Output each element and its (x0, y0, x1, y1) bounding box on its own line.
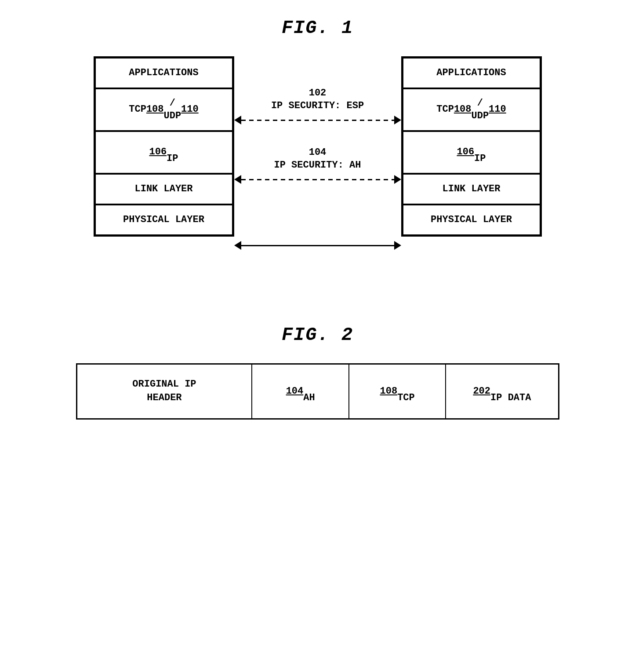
physical-arrow-graphic (234, 241, 401, 250)
ah-arrowhead-right (394, 175, 401, 184)
physical-arrowhead-left (234, 241, 241, 250)
right-link-layer: LINK LAYER (403, 174, 541, 205)
esp-arrow-graphic (234, 116, 401, 124)
right-physical-layer: PHYSICAL LAYER (403, 205, 541, 235)
left-physical-layer: PHYSICAL LAYER (95, 205, 233, 235)
left-link-layer: LINK LAYER (95, 174, 233, 205)
left-ip: 106IP (95, 131, 233, 174)
fig2-cell-tcp: 108TCP (349, 365, 446, 418)
ah-line (241, 179, 394, 180)
left-applications: APPLICATIONS (95, 58, 233, 88)
right-stack: APPLICATIONS TCP 108/UDP 110 106IP LINK … (401, 56, 542, 237)
fig2-cell-ip-data: 202IP DATA (446, 365, 558, 418)
fig2-title: FIG. 2 (282, 325, 353, 346)
fig2-diagram: ORIGINAL IPHEADER 104AH 108TCP 202IP DAT… (76, 363, 559, 420)
left-stack: APPLICATIONS TCP 108/UDP 110 106IP LINK … (94, 56, 234, 237)
fig1-title: FIG. 1 (282, 18, 353, 39)
right-tcp-udp: TCP 108/UDP 110 (403, 88, 541, 131)
esp-arrowhead-right (394, 116, 401, 124)
left-tcp-udp: TCP 108/UDP 110 (95, 88, 233, 131)
esp-arrow-block: 102 IP SECURITY: ESP (234, 87, 401, 124)
physical-arrow-block (234, 241, 401, 250)
esp-label: 102 IP SECURITY: ESP (271, 87, 364, 112)
ah-label: 104 IP SECURITY: AH (274, 146, 361, 172)
right-ip: 106IP (403, 131, 541, 174)
fig2-cell-original-ip-header: ORIGINAL IPHEADER (77, 365, 253, 418)
esp-arrowhead-left (234, 116, 241, 124)
ah-arrow-graphic (234, 175, 401, 184)
arrows-column: 102 IP SECURITY: ESP 104 IP SECURITY: AH (234, 56, 401, 263)
physical-arrowhead-right (394, 241, 401, 250)
right-applications: APPLICATIONS (403, 58, 541, 88)
fig2-cell-ah: 104AH (252, 365, 349, 418)
physical-line (241, 245, 394, 246)
ah-arrow-block: 104 IP SECURITY: AH (234, 146, 401, 184)
ah-arrowhead-left (234, 175, 241, 184)
esp-line (241, 120, 394, 121)
fig1-diagram: APPLICATIONS TCP 108/UDP 110 106IP LINK … (54, 56, 581, 263)
